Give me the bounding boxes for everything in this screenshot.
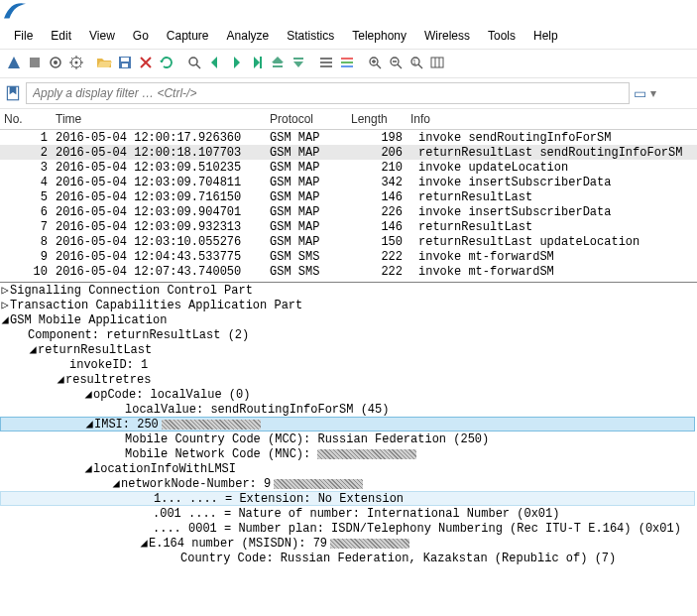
stop-capture-icon[interactable]: [25, 53, 45, 72]
tree-item[interactable]: Mobile Country Code (MCC): Russian Feder…: [0, 431, 697, 446]
tree-item[interactable]: ▷Transaction Capabilities Application Pa…: [0, 298, 697, 312]
packet-row[interactable]: 62016-05-04 12:03:09.904701GSM MAP226inv…: [0, 204, 697, 219]
menu-wireless[interactable]: Wireless: [416, 27, 478, 45]
menu-edit[interactable]: Edit: [43, 27, 79, 45]
open-file-icon[interactable]: [94, 53, 114, 72]
tree-item[interactable]: Mobile Network Code (MNC):: [0, 446, 697, 461]
chevron-down-icon: ◢: [83, 387, 93, 402]
go-back-icon[interactable]: [205, 53, 225, 72]
menu-capture[interactable]: Capture: [159, 27, 217, 45]
packet-row[interactable]: 42016-05-04 12:03:09.704811GSM MAP342inv…: [0, 175, 697, 189]
svg-rect-10: [273, 65, 283, 67]
tree-item[interactable]: ◢GSM Mobile Application: [0, 312, 697, 327]
menu-analyze[interactable]: Analyze: [219, 27, 278, 45]
svg-point-2: [54, 61, 58, 64]
app-logo-icon: [4, 2, 26, 20]
svg-rect-17: [341, 65, 353, 67]
chevron-right-icon: ▷: [0, 283, 10, 298]
display-filter-input[interactable]: [26, 82, 630, 104]
svg-rect-0: [30, 58, 40, 67]
resize-columns-icon[interactable]: [427, 53, 447, 72]
svg-rect-14: [320, 65, 332, 67]
col-header-length[interactable]: Length: [347, 112, 407, 126]
redacted-value: [330, 539, 409, 549]
packet-row[interactable]: 52016-05-04 12:03:09.716150GSM MAP146ret…: [0, 189, 697, 204]
svg-point-8: [189, 58, 197, 65]
svg-rect-11: [293, 58, 303, 60]
menu-telephony[interactable]: Telephony: [344, 27, 414, 45]
svg-rect-6: [121, 58, 129, 62]
menu-tools[interactable]: Tools: [480, 27, 523, 45]
packet-row[interactable]: 72016-05-04 12:03:09.932313GSM MAP146ret…: [0, 219, 697, 234]
svg-text:1: 1: [412, 59, 416, 65]
col-header-no[interactable]: No.: [0, 112, 52, 126]
tree-item[interactable]: ◢networkNode-Number: 9: [0, 476, 697, 491]
chevron-down-icon: ◢: [139, 536, 149, 551]
packet-list-pane: No. Time Protocol Length Info 12016-05-0…: [0, 109, 697, 283]
go-forward-icon[interactable]: [226, 53, 246, 72]
expression-icon[interactable]: ▭: [634, 85, 646, 101]
save-file-icon[interactable]: [115, 53, 135, 72]
go-first-icon[interactable]: [268, 53, 288, 72]
zoom-reset-icon[interactable]: 1: [407, 53, 426, 72]
redacted-value: [274, 479, 363, 489]
col-header-proto[interactable]: Protocol: [266, 112, 347, 126]
chevron-down-icon: ◢: [28, 342, 38, 357]
menubar: File Edit View Go Capture Analyze Statis…: [0, 20, 697, 49]
toolbar: 1: [0, 49, 697, 78]
tree-item[interactable]: Component: returnResultLast (2): [0, 327, 697, 342]
tree-item-selected[interactable]: ◢IMSI: 250: [0, 417, 695, 431]
bookmark-filter-icon[interactable]: [4, 84, 22, 102]
menu-statistics[interactable]: Statistics: [279, 27, 342, 45]
restart-capture-icon[interactable]: [46, 53, 65, 72]
colorize-icon[interactable]: [337, 53, 357, 72]
packet-row[interactable]: 82016-05-04 12:03:10.055276GSM MAP150ret…: [0, 234, 697, 249]
menu-view[interactable]: View: [81, 27, 123, 45]
chevron-down-icon: ◢: [56, 372, 65, 387]
svg-rect-13: [320, 62, 332, 63]
tree-item[interactable]: ◢E.164 number (MSISDN): 79: [0, 536, 697, 551]
tree-item[interactable]: ◢opCode: localValue (0): [0, 387, 697, 402]
svg-point-4: [75, 62, 78, 64]
packet-list-header: No. Time Protocol Length Info: [0, 109, 697, 130]
zoom-in-icon[interactable]: [365, 53, 385, 72]
reload-icon[interactable]: [157, 53, 176, 72]
start-capture-icon[interactable]: [4, 53, 24, 72]
packet-row[interactable]: 92016-05-04 12:04:43.533775GSM SMS222inv…: [0, 249, 697, 264]
packet-row[interactable]: 102016-05-04 12:07:43.740050GSM SMS222in…: [0, 264, 697, 279]
packet-row[interactable]: 12016-05-04 12:00:17.926360GSM MAP198inv…: [0, 130, 697, 145]
tree-item[interactable]: .001 .... = Nature of number: Internatio…: [0, 506, 697, 521]
tree-item[interactable]: Country Code: Russian Federation, Kazaks…: [0, 551, 697, 565]
tree-item[interactable]: ◢resultretres: [0, 372, 697, 387]
autoscroll-icon[interactable]: [316, 53, 336, 72]
tree-item-highlighted[interactable]: 1... .... = Extension: No Extension: [0, 491, 695, 506]
jump-to-icon[interactable]: [247, 53, 267, 72]
chevron-down-icon: ◢: [111, 476, 121, 491]
chevron-down-icon: ◢: [0, 312, 10, 327]
tree-item[interactable]: ▷Signalling Connection Control Part: [0, 283, 697, 298]
svg-rect-15: [341, 58, 353, 60]
find-icon[interactable]: [184, 53, 204, 72]
tree-item[interactable]: .... 0001 = Number plan: ISDN/Telephony …: [0, 521, 697, 536]
tree-item[interactable]: invokeID: 1: [0, 357, 697, 372]
packet-row[interactable]: 22016-05-04 12:00:18.107703GSM MAP206ret…: [0, 145, 697, 160]
menu-file[interactable]: File: [6, 27, 41, 45]
col-header-time[interactable]: Time: [52, 112, 266, 126]
chevron-down-icon: ◢: [83, 461, 93, 476]
options-icon[interactable]: [66, 53, 86, 72]
packet-row[interactable]: 32016-05-04 12:03:09.510235GSM MAP210inv…: [0, 160, 697, 175]
col-header-info[interactable]: Info: [407, 112, 697, 126]
go-last-icon[interactable]: [289, 53, 308, 72]
zoom-out-icon[interactable]: [386, 53, 406, 72]
packet-details-pane: ▷Signalling Connection Control Part ▷Tra…: [0, 283, 697, 569]
filter-bar: ▭ ▾: [0, 78, 697, 109]
filter-dropdown-icon[interactable]: ▾: [650, 86, 656, 100]
tree-item[interactable]: ◢locationInfoWithLMSI: [0, 461, 697, 476]
tree-item[interactable]: localValue: sendRoutingInfoForSM (45): [0, 402, 697, 417]
menu-go[interactable]: Go: [125, 27, 157, 45]
svg-rect-22: [431, 58, 443, 67]
menu-help[interactable]: Help: [525, 27, 566, 45]
tree-item[interactable]: ◢returnResultLast: [0, 342, 697, 357]
chevron-down-icon: ◢: [84, 417, 94, 431]
close-file-icon[interactable]: [136, 53, 156, 72]
